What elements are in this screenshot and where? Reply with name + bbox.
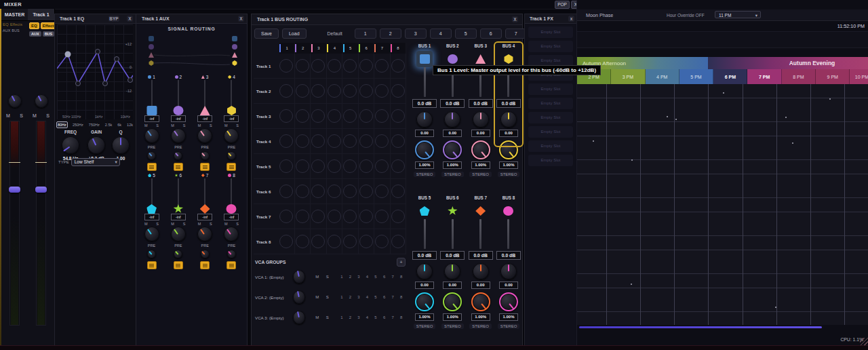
routing-cell[interactable]	[295, 54, 311, 78]
vca-assign-button[interactable]: 7	[389, 295, 397, 299]
send-solo-button[interactable]: S	[236, 222, 239, 226]
fader-handle[interactable]	[200, 106, 210, 115]
bus-mode-label[interactable]: STEREO	[498, 172, 520, 177]
track1-tab[interactable]: Track 1	[28, 9, 54, 21]
track1-mute-button[interactable]: M	[33, 113, 37, 118]
vca-label[interactable]: VCA 2: (Empty)	[255, 295, 293, 300]
q-knob[interactable]	[112, 136, 130, 154]
fx-empty-slot[interactable]: Empty Slot	[528, 26, 573, 38]
bus-fader-handle[interactable]	[500, 203, 517, 219]
filter-type-dropdown[interactable]: Low Shelf ▾	[71, 158, 120, 166]
send-solo-button[interactable]: S	[183, 123, 186, 128]
hour-cell[interactable]: 8 PM	[782, 69, 816, 84]
routing-cell[interactable]	[279, 154, 294, 178]
eq-curve-display[interactable]: +12 0 -12 50Hz 100Hz 1kHz 10kHz	[57, 24, 133, 119]
vca-assign-button[interactable]: 2	[346, 295, 355, 299]
preset-button[interactable]: 2	[380, 28, 401, 39]
vca-level-knob[interactable]	[293, 290, 306, 304]
add-vca-button[interactable]: +	[397, 258, 406, 267]
bus-fader-track[interactable]	[507, 219, 509, 249]
routing-cell[interactable]	[374, 54, 390, 78]
track1-fader[interactable]	[36, 121, 46, 326]
master-mute-button[interactable]: M	[6, 113, 10, 118]
send-trim-knob[interactable]	[147, 250, 156, 258]
matrix-column-header[interactable]: 7	[374, 43, 390, 54]
master-eq-tab[interactable]: EQ	[3, 22, 9, 26]
vca-assign-button[interactable]: 1	[338, 275, 347, 279]
routing-cell[interactable]	[279, 179, 294, 203]
routing-cell[interactable]	[359, 229, 374, 254]
pre-fader-label[interactable]: PRE	[201, 244, 209, 248]
bus-pan-knob[interactable]	[500, 263, 517, 279]
vca-assign-button[interactable]: 6	[380, 275, 389, 279]
routing-cell[interactable]	[391, 54, 406, 78]
send-trim-knob[interactable]	[227, 250, 236, 258]
bus-mode-label[interactable]: STEREO	[469, 172, 492, 177]
bus-pan-knob[interactable]	[473, 263, 489, 279]
master-pan-knob[interactable]	[8, 94, 22, 108]
vca-solo-button[interactable]: S	[322, 275, 332, 279]
dest-square-icon[interactable]	[232, 36, 237, 41]
bus-pan-value[interactable]: 0.00	[499, 130, 518, 137]
preset-button[interactable]: 7	[505, 28, 527, 39]
bus-width-value[interactable]: 1.00%	[499, 313, 518, 321]
routing-cell[interactable]	[311, 79, 326, 103]
fx-empty-slot[interactable]: Empty Slot	[528, 155, 573, 166]
bus-level-value[interactable]: 0.0 dB	[412, 99, 437, 108]
load-button[interactable]: Load	[282, 28, 307, 39]
routing-cell[interactable]	[342, 204, 358, 229]
dest-triangle-icon[interactable]	[232, 52, 237, 58]
routing-cell[interactable]	[359, 79, 374, 103]
routing-cell[interactable]	[311, 129, 326, 153]
bus-level-value[interactable]: 0.0 dB	[469, 251, 493, 260]
routing-cell[interactable]	[311, 204, 326, 229]
send-mute-button[interactable]: M	[171, 123, 174, 128]
vca-assign-button[interactable]: 5	[372, 275, 380, 279]
routing-cell[interactable]	[327, 79, 342, 103]
hour-cell[interactable]: 4 PM	[646, 69, 679, 84]
preset-button[interactable]: 4	[430, 28, 452, 39]
send-level-value[interactable]: -inf	[144, 115, 159, 122]
eq-close-button[interactable]: X	[127, 16, 133, 22]
routing-cell[interactable]	[342, 54, 358, 78]
aux-send-fader[interactable]	[140, 178, 163, 214]
vca-assign-button[interactable]: 2	[346, 315, 355, 319]
aux-send-fader[interactable]	[220, 178, 243, 214]
fader-handle[interactable]	[226, 106, 237, 115]
send-mute-button[interactable]: M	[198, 222, 201, 226]
send-pan-knob[interactable]	[224, 128, 239, 143]
routing-cell[interactable]	[327, 129, 342, 153]
send-mute-button[interactable]: M	[144, 123, 148, 128]
routing-cell[interactable]	[391, 79, 406, 103]
pre-fader-label[interactable]: PRE	[228, 145, 235, 149]
vca-solo-button[interactable]: S	[322, 295, 332, 299]
send-trim-knob[interactable]	[227, 151, 236, 160]
pre-fader-label[interactable]: PRE	[174, 145, 182, 149]
bus-pan-value[interactable]: 0.00	[443, 281, 462, 289]
pre-fader-label[interactable]: PRE	[174, 244, 182, 248]
track1-bus-tab[interactable]: BUS	[43, 31, 55, 37]
routing-cell[interactable]	[327, 54, 342, 78]
freq-knob[interactable]	[62, 136, 79, 154]
matrix-column-header[interactable]: 4	[327, 43, 342, 54]
vca-level-knob[interactable]	[293, 270, 306, 284]
preset-button[interactable]: 1	[355, 28, 376, 39]
bus-mode-label[interactable]: STEREO	[414, 324, 436, 329]
send-solo-button[interactable]: S	[236, 123, 239, 128]
preset-button[interactable]: 3	[405, 28, 427, 39]
send-pan-knob[interactable]	[144, 227, 159, 241]
send-mode-button[interactable]	[147, 163, 157, 171]
bus-pan-knob[interactable]	[500, 111, 517, 128]
bus-level-value[interactable]: 0.0 dB	[440, 251, 465, 260]
pop-out-button[interactable]: POP	[555, 1, 570, 9]
hour-override-label[interactable]: Hour Override OFF	[667, 13, 705, 18]
aux-close-button[interactable]: X	[238, 16, 244, 22]
routing-cell[interactable]	[359, 179, 374, 203]
fx-empty-slot[interactable]: Empty Slot	[528, 126, 573, 138]
aux-send-fader[interactable]	[140, 80, 163, 115]
fader-handle[interactable]	[226, 204, 237, 214]
routing-cell[interactable]	[374, 129, 390, 153]
bus-pan-knob[interactable]	[444, 263, 460, 279]
hour-cell[interactable]: 3 PM	[611, 69, 645, 84]
bus-mode-label[interactable]: STEREO	[441, 324, 464, 329]
